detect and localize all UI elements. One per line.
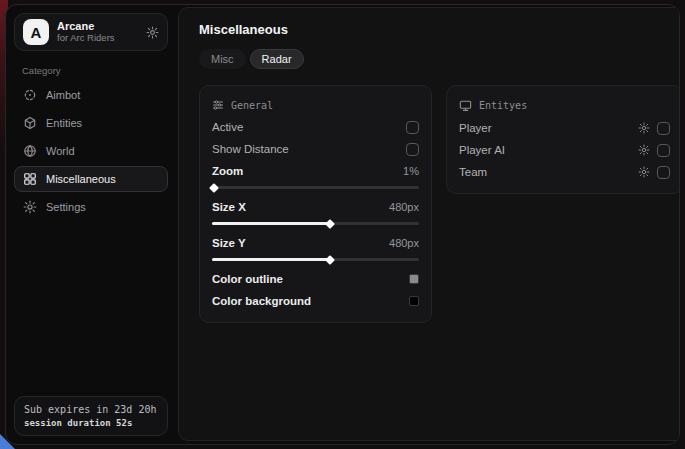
cube-icon <box>23 116 37 130</box>
panels-row: General Active Show Distance Zoom 1% <box>199 85 680 323</box>
sidebar-item-label: Miscellaneous <box>46 173 116 185</box>
show-distance-label: Show Distance <box>212 143 289 155</box>
team-settings-gear-icon[interactable] <box>638 166 650 178</box>
sidebar-item-settings[interactable]: Settings <box>14 194 168 220</box>
player-row: Player <box>459 117 670 139</box>
sidebar-item-miscellaneous[interactable]: Miscellaneous <box>14 166 168 192</box>
tab-radar[interactable]: Radar <box>250 49 304 69</box>
active-row: Active <box>212 116 419 138</box>
size-y-slider[interactable] <box>212 258 419 261</box>
size-y-value: 480px <box>389 237 419 249</box>
player-ai-label: Player AI <box>459 144 505 156</box>
tab-misc[interactable]: Misc <box>199 49 246 69</box>
brand-text: Arcane for Arc Riders <box>57 20 138 44</box>
team-checkbox[interactable] <box>657 166 670 179</box>
color-background-label: Color background <box>212 295 311 307</box>
size-x-value: 480px <box>389 201 419 213</box>
brand-card: A Arcane for Arc Riders <box>14 13 168 51</box>
size-x-slider-fill <box>212 222 330 225</box>
page-title: Miscellaneous <box>199 22 680 37</box>
color-background-swatch[interactable] <box>409 296 419 306</box>
brand-gear-icon[interactable] <box>146 26 159 39</box>
session-duration-text: session duration 52s <box>24 418 158 428</box>
zoom-label: Zoom <box>212 165 243 177</box>
tab-bar: Misc Radar <box>199 49 680 69</box>
entities-panel-header: Entityes <box>459 99 670 112</box>
player-checkbox[interactable] <box>657 122 670 135</box>
entities-panel: Entityes Player Player AI <box>446 85 680 194</box>
brand-subtitle: for Arc Riders <box>57 33 138 44</box>
app-window: A Arcane for Arc Riders Category Aimbot <box>5 4 680 445</box>
player-ai-settings-gear-icon[interactable] <box>638 144 650 156</box>
show-distance-row: Show Distance <box>212 138 419 160</box>
sidebar-item-label: World <box>46 145 75 157</box>
crosshair-icon <box>23 88 37 102</box>
sidebar-item-label: Settings <box>46 201 86 213</box>
size-x-slider[interactable] <box>212 222 419 225</box>
size-y-slider-thumb[interactable] <box>325 255 335 265</box>
sliders-icon <box>212 99 224 111</box>
size-y-label: Size Y <box>212 237 246 249</box>
color-outline-row: Color outline <box>212 268 419 290</box>
player-label: Player <box>459 122 492 134</box>
sidebar-item-world[interactable]: World <box>14 138 168 164</box>
grid-icon <box>23 172 37 186</box>
size-y-row: Size Y 480px <box>212 232 419 254</box>
size-x-slider-thumb[interactable] <box>325 219 335 229</box>
size-y-slider-fill <box>212 258 330 261</box>
brand-logo: A <box>23 19 49 45</box>
player-ai-row: Player AI <box>459 139 670 161</box>
player-ai-checkbox[interactable] <box>657 144 670 157</box>
category-label: Category <box>22 65 168 76</box>
gear-icon <box>23 200 37 214</box>
zoom-slider[interactable] <box>212 186 419 189</box>
general-panel: General Active Show Distance Zoom 1% <box>199 85 432 323</box>
sub-expires-text: Sub expires in 23d 20h <box>24 404 158 415</box>
size-x-row: Size X 480px <box>212 196 419 218</box>
sidebar-item-label: Aimbot <box>46 89 80 101</box>
color-outline-swatch[interactable] <box>409 274 419 284</box>
globe-icon <box>23 144 37 158</box>
general-panel-header: General <box>212 99 419 111</box>
main-panel: Miscellaneous Misc Radar General <box>178 7 680 441</box>
active-checkbox[interactable] <box>406 121 419 134</box>
color-outline-label: Color outline <box>212 273 283 285</box>
sidebar-item-aimbot[interactable]: Aimbot <box>14 82 168 108</box>
sidebar-item-entities[interactable]: Entities <box>14 110 168 136</box>
team-label: Team <box>459 166 487 178</box>
color-background-row: Color background <box>212 290 419 312</box>
size-x-label: Size X <box>212 201 246 213</box>
zoom-value: 1% <box>403 165 419 177</box>
zoom-row: Zoom 1% <box>212 160 419 182</box>
show-distance-checkbox[interactable] <box>406 143 419 156</box>
subscription-card: Sub expires in 23d 20h session duration … <box>14 396 168 436</box>
monitor-icon <box>459 99 472 112</box>
active-label: Active <box>212 121 243 133</box>
sidebar-item-label: Entities <box>46 117 82 129</box>
general-panel-title: General <box>231 100 273 111</box>
player-settings-gear-icon[interactable] <box>638 122 650 134</box>
brand-name: Arcane <box>57 20 138 33</box>
team-row: Team <box>459 161 670 183</box>
zoom-slider-thumb[interactable] <box>209 183 219 193</box>
sidebar: A Arcane for Arc Riders Category Aimbot <box>6 5 176 444</box>
entities-panel-title: Entityes <box>479 100 527 111</box>
